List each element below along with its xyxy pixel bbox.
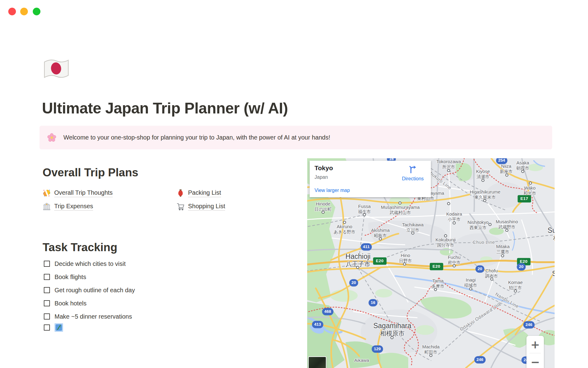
zoom-window-button[interactable] <box>33 8 40 15</box>
zoom-out-button[interactable]: − <box>526 353 544 368</box>
todo-item: Book flights <box>43 272 135 282</box>
map-label-jp: 所沢市 <box>436 164 461 170</box>
route-badge-468: 468 <box>322 308 334 315</box>
map-place-dot <box>521 170 524 173</box>
japan-flag-emoji[interactable] <box>42 57 71 81</box>
map-label-jp: 小平市 <box>446 217 462 222</box>
map-label-en: Kokubunji <box>435 237 456 243</box>
google-map-embed[interactable]: Tokorozawa所沢市Kiyose清瀬市Niiza新座市Asaka朝霞市Wa… <box>307 158 555 368</box>
cherry-blossom-emoji <box>47 133 57 143</box>
map-label-en: Higashikurume <box>470 189 500 195</box>
map-place-dot <box>447 202 450 205</box>
route-badge-413: 413 <box>312 321 323 328</box>
todo-label: Book hotels <box>55 300 87 307</box>
map-label-kokubunji: Kokubunji国分寺市 <box>435 237 456 247</box>
map-label-en: Nishitokyo <box>467 220 488 225</box>
bank-emoji <box>43 202 51 211</box>
map-label-hinode: Hinode日の出町 <box>315 201 332 212</box>
map-label-hachioji: Hachioji八王子市 <box>345 252 371 268</box>
route-badge-246: 246 <box>523 321 535 328</box>
page-title: Ultimate Japan Trip Planner (w/ AI) <box>42 99 288 117</box>
map-label-en: Akishima <box>371 228 390 233</box>
map-label-en: Asaka <box>516 160 529 166</box>
map-rail-label-odakyu-odawara-line: Odakyu Odawara Line <box>459 301 502 332</box>
map-place-dot <box>505 229 508 232</box>
route-badge-254: 254 <box>496 158 507 164</box>
map-place-dot <box>434 288 437 291</box>
map-label-en: Machida <box>422 344 440 350</box>
link-label: Packing List <box>188 189 221 197</box>
map-label-en: Hinode <box>315 201 332 207</box>
map-place-dot <box>488 223 492 226</box>
japan-map-emoji[interactable] <box>55 323 63 332</box>
map-label-machida: Machida町田市 <box>422 344 440 355</box>
trip-plan-links: Overall Trip Thoughts Packing List <box>43 188 310 212</box>
map-label-jp: 稲城市 <box>464 283 477 288</box>
map-label-nishitokyo: Nishitokyo西東京市 <box>467 220 488 230</box>
map-label-en: Tokorozawa <box>436 159 461 164</box>
welcome-callout: Welcome to your one-stop-shop for planni… <box>40 126 552 149</box>
map-place-dot <box>505 174 508 177</box>
todo-checkbox[interactable] <box>44 274 50 280</box>
map-zoom-control: + − <box>526 336 544 368</box>
map-place-dot <box>429 354 432 357</box>
map-place-dot <box>453 264 456 267</box>
map-place-dot <box>379 237 382 240</box>
trip-plans-heading: Overall Trip Plans <box>43 166 138 179</box>
todo-item: Get rough outline of each day <box>43 286 135 295</box>
map-place-dot <box>322 211 325 214</box>
map-place-dot <box>444 234 447 237</box>
map-label-akiruno: Akirunoあきる野市 <box>334 224 356 234</box>
map-label-jp: 三鷹市 <box>496 249 510 255</box>
map-place-dot <box>529 182 532 185</box>
map-label-jp: 杉並区 <box>548 235 555 242</box>
todo-label: Decide which cities to visit <box>55 260 126 267</box>
map-label-akishima: Akishima昭島市 <box>371 228 390 238</box>
map-label-fussa: Fussa福生市 <box>358 204 371 214</box>
todo-checkbox[interactable] <box>44 261 50 267</box>
route-badge-20: 20 <box>475 265 484 273</box>
map-label-en: Hino <box>399 253 412 258</box>
map-label-en: Wako <box>523 185 536 191</box>
todo-list: Decide which cities to visit Book flight… <box>43 259 135 336</box>
map-label-en: Niiza <box>500 163 513 169</box>
map-rail-label-chuo-line: Chuo Line <box>473 240 495 245</box>
link-shopping-list[interactable]: Shopping List <box>176 201 310 212</box>
map-label-en: Tama <box>432 278 444 284</box>
route-badge-246: 246 <box>474 356 486 363</box>
zoom-in-button[interactable]: + <box>526 336 544 353</box>
link-overall-trip-thoughts[interactable]: Overall Trip Thoughts <box>43 188 176 198</box>
map-label-en: Akiruno <box>334 224 356 229</box>
map-label-en: Kiyose <box>476 169 490 174</box>
map-label-tokorozawa: Tokorozawa所沢市 <box>436 159 461 169</box>
map-label-jp: 多摩市 <box>432 284 444 289</box>
link-packing-list[interactable]: Packing List <box>176 188 310 198</box>
map-label-en: Setagaya <box>552 270 555 278</box>
route-badge-411: 411 <box>361 243 372 251</box>
minimize-button[interactable] <box>20 8 28 15</box>
todo-checkbox[interactable] <box>44 324 50 331</box>
map-label-en: Fuchu <box>448 255 461 260</box>
map-label-tama: Tama多摩市 <box>432 278 444 289</box>
todo-checkbox[interactable] <box>44 300 50 306</box>
map-label-en: Mitaka <box>496 244 510 249</box>
map-label-higashikurume: Higashikurume東久留米市 <box>470 189 500 200</box>
todo-label: Book flights <box>55 274 86 281</box>
satellite-view-toggle[interactable] <box>308 356 326 368</box>
map-card-title: Tokyo <box>315 164 333 172</box>
link-trip-expenses[interactable]: Trip Expenses <box>43 201 176 212</box>
map-place-dot <box>514 289 517 293</box>
directions-button[interactable]: Directions <box>399 164 427 182</box>
todo-checkbox[interactable] <box>44 287 50 293</box>
map-place-dot <box>501 254 504 257</box>
route-badge-16: 16 <box>368 299 377 306</box>
map-label-hino: Hino日野市 <box>399 253 412 263</box>
map-label-kiyose: Kiyose清瀬市 <box>476 169 490 179</box>
map-label-musashino: Musashino武蔵野市 <box>496 219 518 229</box>
close-button[interactable] <box>8 8 16 15</box>
view-larger-map-link[interactable]: View larger map <box>315 188 350 193</box>
route-badge-e20: E20 <box>373 257 386 265</box>
map-label-wako: Wako和光市 <box>523 185 536 196</box>
todo-checkbox[interactable] <box>44 313 50 320</box>
map-label-en: Aikawa <box>354 358 369 363</box>
